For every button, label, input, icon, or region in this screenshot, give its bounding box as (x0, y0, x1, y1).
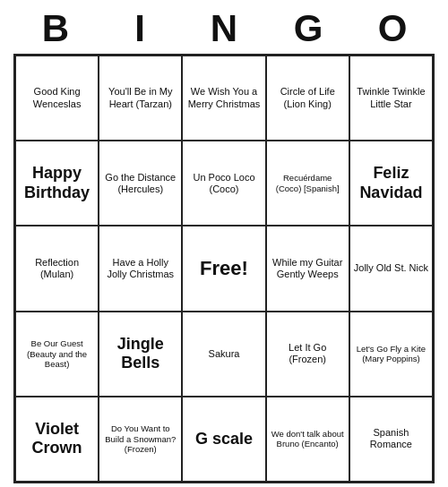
bingo-cell-2[interactable]: We Wish You a Merry Christmas (182, 56, 265, 141)
bingo-cell-10[interactable]: Reflection (Mulan) (15, 226, 99, 311)
bingo-cell-16[interactable]: Jingle Bells (99, 312, 182, 397)
bingo-header: BINGO (13, 0, 435, 54)
bingo-cell-0[interactable]: Good King Wenceslas (15, 56, 99, 141)
bingo-cell-18[interactable]: Let It Go (Frozen) (266, 312, 349, 397)
bingo-cell-14[interactable]: Jolly Old St. Nick (349, 226, 433, 311)
bingo-cell-17[interactable]: Sakura (182, 312, 265, 397)
bingo-cell-3[interactable]: Circle of Life (Lion King) (266, 56, 349, 141)
bingo-cell-24[interactable]: Spanish Romance (349, 397, 433, 482)
bingo-cell-22[interactable]: G scale (182, 397, 265, 482)
header-letter-o: O (354, 7, 431, 50)
bingo-cell-8[interactable]: Recuérdame (Coco) [Spanish] (266, 141, 349, 226)
header-letter-i: I (101, 7, 178, 50)
header-letter-b: B (17, 7, 94, 50)
bingo-cell-20[interactable]: Violet Crown (15, 397, 99, 482)
bingo-grid: Good King WenceslasYou'll Be in My Heart… (13, 54, 435, 483)
header-letter-g: G (270, 7, 347, 50)
bingo-cell-12[interactable]: Free! (182, 226, 265, 311)
bingo-cell-7[interactable]: Un Poco Loco (Coco) (182, 141, 265, 226)
bingo-cell-11[interactable]: Have a Holly Jolly Christmas (99, 226, 182, 311)
bingo-cell-5[interactable]: Happy Birthday (15, 141, 99, 226)
bingo-cell-23[interactable]: We don't talk about Bruno (Encanto) (266, 397, 349, 482)
header-letter-n: N (185, 7, 263, 50)
bingo-cell-1[interactable]: You'll Be in My Heart (Tarzan) (99, 56, 182, 141)
bingo-cell-9[interactable]: Feliz Navidad (349, 141, 433, 226)
bingo-cell-19[interactable]: Let's Go Fly a Kite (Mary Poppins) (349, 312, 433, 397)
bingo-cell-15[interactable]: Be Our Guest (Beauty and the Beast) (15, 312, 99, 397)
bingo-cell-4[interactable]: Twinkle Twinkle Little Star (349, 56, 433, 141)
bingo-cell-6[interactable]: Go the Distance (Hercules) (99, 141, 182, 226)
bingo-cell-13[interactable]: While my Guitar Gently Weeps (266, 226, 349, 311)
bingo-cell-21[interactable]: Do You Want to Build a Snowman? (Frozen) (99, 397, 182, 482)
